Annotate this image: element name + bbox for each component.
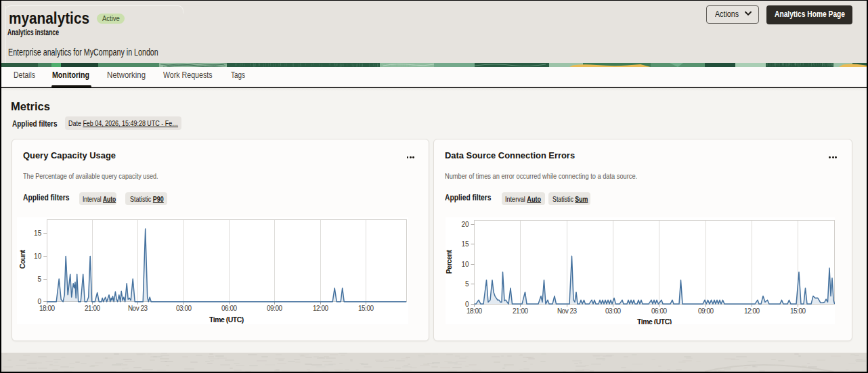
svg-text:15: 15 [462,240,470,248]
svg-text:15: 15 [34,229,42,237]
svg-text:18:00: 18:00 [466,307,482,315]
svg-text:10: 10 [462,261,470,268]
svg-text:5: 5 [37,276,41,283]
svg-text:12:00: 12:00 [744,307,760,315]
svg-text:Time (UTC): Time (UTC) [637,317,672,324]
svg-text:15:00: 15:00 [790,307,806,315]
svg-text:12:00: 12:00 [313,305,328,312]
svg-text:06:00: 06:00 [651,307,667,315]
svg-text:20: 20 [462,221,470,228]
svg-text:09:00: 09:00 [267,305,282,312]
svg-text:03:00: 03:00 [605,307,621,315]
svg-text:15:00: 15:00 [358,305,374,312]
svg-text:03:00: 03:00 [176,305,192,312]
svg-text:21:00: 21:00 [85,305,100,312]
svg-text:10: 10 [34,253,42,260]
svg-text:21:00: 21:00 [513,307,528,315]
svg-text:06:00: 06:00 [221,305,237,312]
svg-text:Nov 23: Nov 23 [557,307,578,315]
svg-text:Time (UTC): Time (UTC) [209,315,244,324]
svg-text:Percent: Percent [446,250,453,274]
svg-text:09:00: 09:00 [698,307,714,315]
svg-text:18:00: 18:00 [39,305,55,312]
svg-text:5: 5 [465,280,469,288]
svg-text:Count: Count [18,250,26,269]
svg-text:Nov 23: Nov 23 [128,305,148,312]
